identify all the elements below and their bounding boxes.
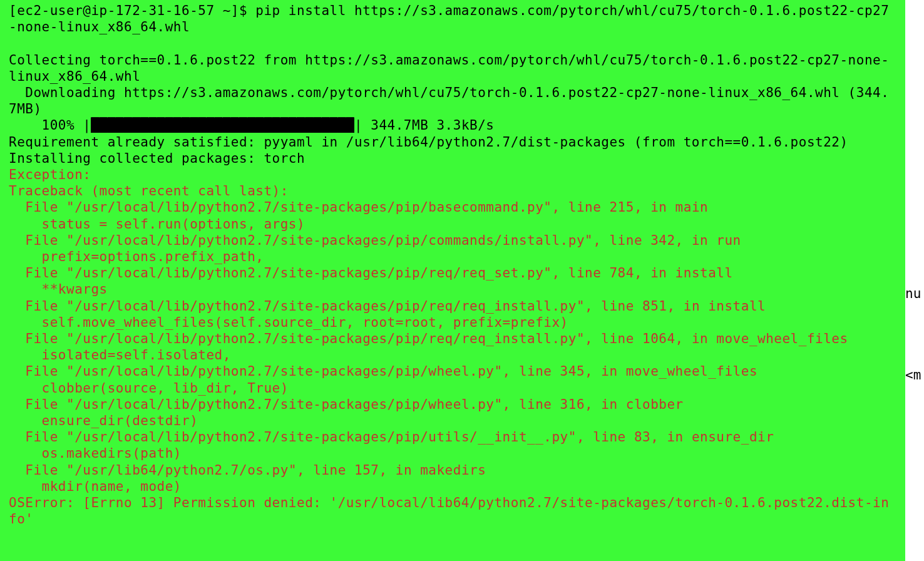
traceback-header: Traceback (most recent call last): (9, 183, 289, 198)
traceback-line: status = self.run(options, args) (9, 217, 305, 232)
traceback-line: File "/usr/local/lib/python2.7/site-pack… (9, 364, 757, 379)
traceback-line: prefix=options.prefix_path, (9, 249, 264, 264)
traceback-line: File "/usr/local/lib/python2.7/site-pack… (9, 331, 848, 346)
traceback-line: mkdir(name, mode) (9, 479, 182, 494)
progress-suffix: | 344.7MB 3.3kB/s (354, 118, 494, 133)
progress-prefix: 100% | (9, 118, 91, 133)
traceback-line: File "/usr/local/lib/python2.7/site-pack… (9, 397, 684, 412)
traceback-line: self.move_wheel_files(self.source_dir, r… (9, 315, 568, 330)
background-window-fragment: nu <m (905, 0, 924, 561)
traceback-line: File "/usr/local/lib/python2.7/site-pack… (9, 200, 708, 215)
shell-prompt: [ec2-user@ip-172-31-16-57 ~]$ (9, 3, 255, 18)
pip-req-satisfied-line: Requirement already satisfied: pyyaml in… (9, 135, 848, 150)
traceback-line: File "/usr/local/lib/python2.7/site-pack… (9, 299, 766, 314)
traceback-line: clobber(source, lib_dir, True) (9, 381, 289, 396)
traceback-line: File "/usr/lib64/python2.7/os.py", line … (9, 463, 486, 478)
traceback-line: File "/usr/local/lib/python2.7/site-pack… (9, 233, 741, 248)
traceback-line: **kwargs (9, 282, 108, 297)
background-text-fragment: nu (905, 286, 924, 302)
pip-downloading-line: Downloading https://s3.amazonaws.com/pyt… (9, 85, 889, 116)
terminal-output[interactable]: [ec2-user@ip-172-31-16-57 ~]$ pip instal… (0, 0, 905, 561)
traceback-line: File "/usr/local/lib/python2.7/site-pack… (9, 430, 774, 445)
pip-installing-line: Installing collected packages: torch (9, 151, 305, 166)
traceback-line: isolated=self.isolated, (9, 347, 231, 363)
oserror-line: OSError: [Errno 13] Permission denied: '… (9, 495, 889, 527)
exception-header: Exception: (9, 167, 91, 182)
traceback-line: File "/usr/local/lib/python2.7/site-pack… (9, 265, 733, 280)
traceback-line: ensure_dir(destdir) (9, 413, 198, 428)
pip-collecting-line: Collecting torch==0.1.6.post22 from http… (9, 53, 889, 84)
terminal-window: [ec2-user@ip-172-31-16-57 ~]$ pip instal… (0, 0, 924, 561)
progress-bar: ████████████████████████████████ (91, 118, 354, 133)
traceback-line: os.makedirs(path) (9, 446, 182, 461)
background-text-fragment: <m (905, 367, 924, 383)
